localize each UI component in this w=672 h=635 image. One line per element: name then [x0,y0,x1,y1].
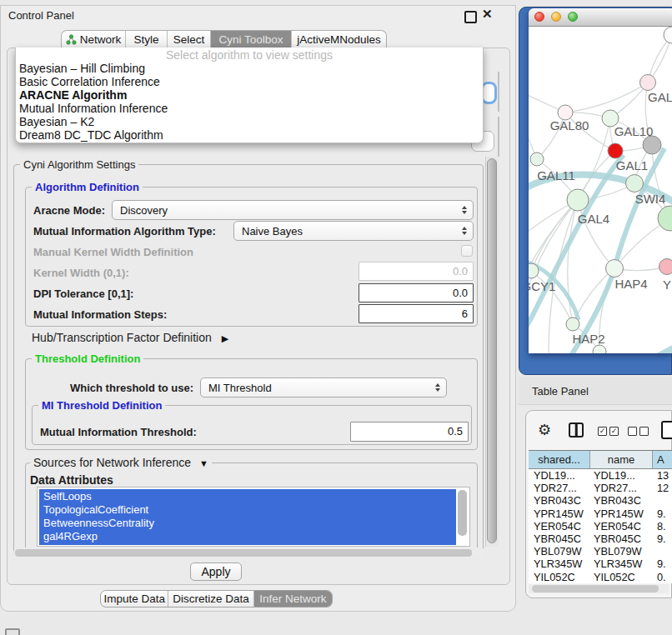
attribute-item[interactable]: TopologicalCoefficient [39,503,154,517]
algorithm-option[interactable]: Bayesian – Hill Climbing [16,62,483,75]
settings-hscrollbar-thumb[interactable] [15,549,472,557]
network-node[interactable] [664,27,672,43]
network-node[interactable] [643,136,661,154]
network-titlebar[interactable] [529,8,672,27]
hub-definition-expander[interactable]: Hub/Transcription Factor Definition ▶ [32,331,228,344]
network-node[interactable] [608,143,623,158]
bottom-tabbar: Impute Data Discretize Data Infer Networ… [100,590,333,608]
node-label: GAL [648,90,672,104]
table-row[interactable]: YDR27...YDR27...12 [529,482,672,494]
select-all-checkbox-icon[interactable]: ✓ [609,427,619,436]
network-edge[interactable] [578,200,614,268]
data-attributes-label: Data Attributes [30,473,113,487]
tab-select[interactable]: Select [168,31,211,48]
dpi-tolerance-field[interactable]: 0.0 [359,283,474,302]
network-node[interactable] [566,318,579,331]
table-row[interactable]: YPR145WYPR145W9. [529,508,672,520]
network-node[interactable] [640,75,656,91]
columns-icon[interactable] [569,422,584,438]
table-cell: YPR145W [590,508,653,520]
tab-style[interactable]: Style [126,31,168,48]
network-node[interactable] [626,175,644,192]
apply-button[interactable]: Apply [190,562,242,581]
close-icon[interactable]: ✕ [482,7,493,22]
table-row[interactable]: YBL079WYBL079W [529,545,672,558]
node-label: HAP2 [572,332,604,346]
table-row[interactable]: YBR045CYBR045C9. [529,532,672,545]
node-label: HAP4 [614,277,647,291]
settings-group-title: Cyni Algorithm Settings [20,158,138,171]
attribute-item[interactable]: SelfLoops [39,490,154,503]
algorithm-option[interactable]: Bayesian – K2 [16,115,483,128]
control-panel-title: Control Panel [8,9,74,22]
attribute-item[interactable]: gal4RGexp [39,530,154,543]
combo-arrows-icon [435,383,440,392]
deselect-all-checkbox-icon[interactable] [628,427,637,436]
tab-network[interactable]: Network [62,31,126,48]
table-cell: YPR145W [529,508,590,520]
table-cell: YIL052C [590,571,653,583]
network-node[interactable] [593,345,606,353]
tab-infer-network[interactable]: Infer Network [254,591,332,607]
algorithm-option[interactable]: ARACNE Algorithm [16,88,483,102]
table-row[interactable]: YBR043CYBR043C [529,494,672,507]
table-cell: YBR043C [590,494,653,507]
tab-discretize-data[interactable]: Discretize Data [168,591,253,607]
data-attributes-list[interactable]: SelfLoopsTopologicalCoefficientBetweenne… [37,487,470,547]
minimized-panel-icon[interactable] [5,628,20,635]
network-node[interactable] [530,152,544,166]
combo-arrows-icon [462,206,467,214]
close-traffic-light-icon[interactable] [534,12,544,22]
dpi-tolerance-label: DPI Tolerance [0,1]: [33,288,133,300]
select-all-checkbox-icon[interactable]: ✓ [598,427,607,436]
gear-icon[interactable]: ⚙ [538,421,551,439]
network-window: GALGAL80GAL10GAL1GAL11SWI4GAL4HAP4YGCY1H… [529,8,672,353]
tab-impute-data[interactable]: Impute Data [101,591,168,607]
network-node[interactable] [659,259,672,275]
algorithm-option[interactable]: Basic Correlation Inference [16,75,483,88]
mi-threshold-definition-title: MI Threshold Definition [38,399,165,412]
table-cell: YLR345W [529,558,590,570]
mi-threshold-field[interactable]: 0.5 [350,422,469,442]
table-hscrollbar-thumb[interactable] [532,585,659,592]
table-header[interactable]: shared...nameA [529,450,672,469]
table-row[interactable]: YER054CYER054C8. [529,520,672,532]
node-label: GAL1 [616,158,648,172]
network-node[interactable] [567,189,589,211]
mi-type-combobox[interactable]: Naive Bayes [233,221,474,241]
table-cell: 13 [653,469,672,482]
kernel-width-field[interactable]: 0.0 [359,262,474,281]
node-table: shared...nameA YDL19...YDL19...13YDR27..… [529,450,672,593]
network-edge-thick[interactable] [625,343,672,353]
tab-jactivemnodules[interactable]: jActiveMNodules [292,31,386,48]
network-icon [66,34,77,45]
kernel-width-label: Kernel Width (0,1): [33,267,129,279]
settings-vscrollbar-thumb[interactable] [487,158,497,543]
network-node[interactable] [606,260,624,278]
table-cell: 0. [653,571,672,583]
deselect-all-checkbox-icon[interactable] [639,427,649,436]
float-window-icon[interactable] [464,11,477,23]
document-icon[interactable] [661,421,672,439]
column-header[interactable]: shared... [529,451,590,468]
mi-steps-field[interactable]: 6 [359,304,474,323]
which-threshold-combobox[interactable]: MI Threshold [200,378,447,398]
zoom-traffic-light-icon[interactable] [568,12,578,22]
column-header[interactable]: name [590,451,653,468]
tab-cyni-toolbox[interactable]: Cyni Toolbox [211,31,292,48]
aracne-mode-combobox[interactable]: Discovery [112,200,474,220]
network-canvas[interactable]: GALGAL80GAL10GAL1GAL11SWI4GAL4HAP4YGCY1H… [529,27,672,353]
list-scrollbar-thumb[interactable] [458,490,467,536]
table-row[interactable]: YLR345WYLR345W9. [529,558,672,570]
table-row[interactable]: YDL19...YDL19...13 [529,469,672,482]
table-row[interactable]: YIL052CYIL052C0. [529,571,672,583]
network-node[interactable] [658,206,672,231]
manual-kernel-checkbox[interactable] [461,245,473,257]
attribute-item[interactable]: BetweennessCentrality [39,517,154,530]
sources-expander[interactable]: Sources for Network Inference ▼ [30,456,212,469]
algorithm-option[interactable]: Dream8 DC_TDC Algorithm [16,128,483,142]
column-header[interactable]: A [653,451,672,468]
minimize-traffic-light-icon[interactable] [551,12,561,22]
algorithm-option[interactable]: Mutual Information Inference [16,102,483,115]
table-cell: YLR345W [590,558,653,570]
